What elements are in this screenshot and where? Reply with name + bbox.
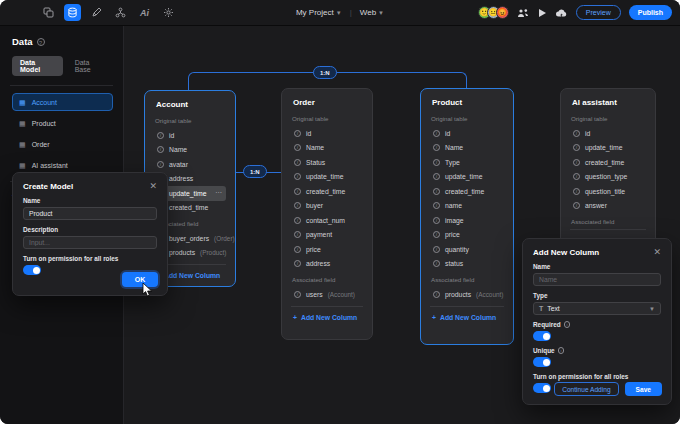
field-row[interactable]: icreated_time — [291, 184, 363, 199]
pages-icon[interactable] — [40, 4, 57, 21]
field-row[interactable]: icreated_time — [430, 184, 504, 199]
permission-toggle[interactable] — [533, 383, 551, 393]
sidebar-item-label: Order — [32, 141, 50, 148]
required-toggle[interactable] — [533, 331, 551, 341]
field-row[interactable]: ianswer — [570, 199, 646, 214]
cloud-build-icon[interactable] — [555, 8, 568, 18]
continue-adding-button[interactable]: Continue Adding — [554, 382, 618, 396]
field-type-icon: i — [294, 159, 301, 166]
help-icon[interactable]: ? — [37, 38, 45, 46]
name-label: Name — [23, 197, 157, 204]
model-name-input[interactable] — [23, 207, 157, 220]
type-label: Type — [533, 292, 661, 299]
preview-button[interactable]: Preview — [576, 5, 621, 20]
field-row[interactable]: iimage — [430, 213, 504, 228]
close-icon[interactable]: ✕ — [653, 248, 661, 257]
name-label: Name — [533, 263, 661, 270]
field-row[interactable]: iType — [430, 155, 504, 170]
unique-toggle[interactable] — [533, 357, 551, 367]
field-row[interactable]: iprice — [430, 228, 504, 243]
field-name: products — [445, 291, 471, 298]
field-row[interactable]: iaddress — [291, 257, 363, 272]
field-name: Name — [306, 144, 324, 151]
field-name: address — [306, 260, 330, 267]
field-row[interactable]: iupdate_time — [430, 170, 504, 185]
tab-data-model[interactable]: Data Model — [12, 56, 63, 76]
create-model-dialog: Create Model ✕ Name Description Turn on … — [12, 172, 168, 296]
more-options-icon[interactable]: ⋯ — [215, 189, 223, 197]
share-users-icon[interactable] — [517, 8, 529, 18]
field-row[interactable]: iid — [291, 126, 363, 141]
table-card-product[interactable]: ProductOriginal tableiidiNameiTypeiupdat… — [420, 88, 514, 345]
field-row[interactable]: iquestion_title — [570, 184, 646, 199]
type-select[interactable]: T Text ▼ — [533, 302, 661, 315]
field-type-icon: i — [294, 260, 301, 267]
field-name: id — [306, 130, 311, 137]
permission-toggle[interactable] — [23, 265, 41, 275]
table-title: Order — [293, 98, 363, 107]
field-name: address — [169, 175, 193, 182]
field-row[interactable]: iavatar — [154, 157, 226, 172]
chevron-down-icon: ▼ — [336, 10, 342, 16]
save-button[interactable]: Save — [625, 382, 662, 396]
field-row[interactable]: iname — [430, 199, 504, 214]
plus-icon: + — [432, 314, 436, 321]
field-row[interactable]: iName — [430, 141, 504, 156]
field-row[interactable]: iid — [430, 126, 504, 141]
section-label: Associated field — [571, 218, 646, 225]
sidebar-item-label: Account — [32, 99, 57, 106]
publish-button[interactable]: Publish — [629, 5, 672, 20]
sidebar-item-product[interactable]: ▦Product — [12, 114, 113, 132]
column-name-input[interactable] — [533, 273, 661, 286]
ai-icon[interactable]: Ai — [136, 4, 153, 21]
platform-switcher[interactable]: Web▼ — [360, 8, 384, 17]
collaborator-avatars: 🙂😐😡 — [478, 6, 509, 19]
panel-title: Data — [12, 36, 33, 47]
avatar[interactable]: 😡 — [496, 6, 509, 19]
field-name: created_time — [585, 159, 624, 166]
field-row[interactable]: iName — [154, 143, 226, 158]
field-row[interactable]: iupdate_time — [570, 141, 646, 156]
project-switcher[interactable]: My Project▼ — [296, 8, 342, 17]
field-row[interactable]: iid — [570, 126, 646, 141]
relation-badge[interactable]: 1:N — [243, 165, 267, 178]
field-name: update_time — [306, 173, 343, 180]
permission-label: Turn on permission for all roles — [533, 373, 661, 380]
field-row[interactable]: iprice — [291, 242, 363, 257]
sidebar-item-order[interactable]: ▦Order — [12, 135, 113, 153]
field-row[interactable]: iquestion_type — [570, 170, 646, 185]
field-row[interactable]: iid — [154, 128, 226, 143]
field-row[interactable]: icontact_num — [291, 213, 363, 228]
field-relation-suffix: (Order) — [214, 235, 235, 242]
tab-data-base[interactable]: Data Base — [67, 56, 113, 76]
run-play-icon[interactable] — [537, 8, 547, 18]
field-row[interactable]: iStatus — [291, 155, 363, 170]
add-new-column-button[interactable]: +Add New Column — [430, 314, 504, 321]
field-name: products — [169, 249, 195, 256]
field-row[interactable]: ipayment — [291, 228, 363, 243]
field-row[interactable]: iusers(Account) — [291, 287, 363, 302]
close-icon[interactable]: ✕ — [149, 182, 157, 191]
add-new-column-button[interactable]: +Add New Column — [291, 314, 363, 321]
design-pen-icon[interactable] — [88, 4, 105, 21]
table-card-order[interactable]: OrderOriginal tableiidiNameiStatusiupdat… — [281, 88, 373, 340]
settings-gear-icon[interactable] — [160, 4, 177, 21]
field-row[interactable]: iupdate_time — [291, 170, 363, 185]
field-row[interactable]: iName — [291, 141, 363, 156]
field-row[interactable]: iquantity — [430, 242, 504, 257]
field-row[interactable]: iproducts(Account) — [430, 287, 504, 302]
field-name: contact_num — [306, 217, 345, 224]
relation-badge[interactable]: 1:N — [313, 66, 337, 79]
table-icon: ▦ — [19, 162, 26, 169]
model-description-input[interactable] — [23, 236, 157, 249]
field-row[interactable]: istatus — [430, 257, 504, 272]
field-name: id — [169, 132, 174, 139]
sidebar-item-account[interactable]: ▦Account — [12, 93, 113, 111]
mouse-cursor — [142, 282, 153, 297]
field-name: Type — [445, 159, 460, 166]
field-row[interactable]: icreated_time — [570, 155, 646, 170]
database-icon[interactable] — [64, 4, 81, 21]
field-row[interactable]: ibuyer — [291, 199, 363, 214]
actionflow-icon[interactable] — [112, 4, 129, 21]
table-title: AI assistant — [572, 98, 646, 107]
